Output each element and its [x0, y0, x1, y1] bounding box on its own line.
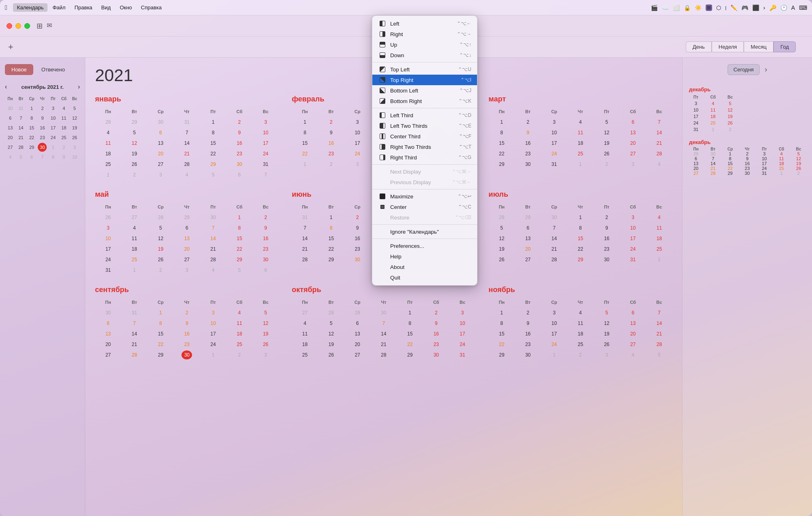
- list-item[interactable]: 23: [352, 245, 363, 254]
- list-item[interactable]: 7: [129, 319, 140, 328]
- list-item[interactable]: 3: [49, 104, 58, 113]
- menubar-app-name[interactable]: Календарь: [13, 3, 48, 12]
- list-item[interactable]: 1: [721, 151, 739, 156]
- list-item[interactable]: 20: [103, 340, 113, 349]
- list-item[interactable]: 21: [549, 245, 559, 254]
- list-item[interactable]: 15: [575, 234, 586, 243]
- list-item[interactable]: 3: [687, 100, 704, 107]
- list-item[interactable]: 31: [549, 160, 559, 169]
- list-item[interactable]: 2: [523, 118, 533, 127]
- list-item[interactable]: 12: [326, 329, 337, 338]
- list-item[interactable]: 25: [59, 133, 68, 142]
- list-item[interactable]: 17: [103, 245, 113, 254]
- list-item[interactable]: 31: [129, 308, 140, 317]
- list-item[interactable]: 27: [6, 143, 15, 152]
- list-item[interactable]: 10: [103, 234, 113, 243]
- list-item[interactable]: 16: [38, 123, 47, 132]
- right-month-name[interactable]: декабрь: [687, 86, 807, 92]
- list-item[interactable]: 5: [654, 350, 665, 359]
- list-item[interactable]: 18: [129, 245, 140, 254]
- list-item[interactable]: 3: [181, 266, 192, 275]
- list-item[interactable]: 2: [326, 118, 337, 127]
- list-item[interactable]: 29: [27, 143, 36, 152]
- list-item[interactable]: 3: [260, 350, 271, 359]
- list-item[interactable]: 20: [628, 139, 638, 148]
- list-item[interactable]: 28: [704, 171, 721, 176]
- list-item[interactable]: 5: [601, 308, 612, 317]
- menu-item-leftthird[interactable]: Left Third ⌃⌥D: [372, 110, 477, 120]
- list-item[interactable]: 28: [654, 149, 665, 158]
- list-item[interactable]: 6: [234, 170, 245, 179]
- list-item[interactable]: 12: [601, 319, 612, 328]
- list-item[interactable]: 26: [70, 133, 79, 142]
- list-item[interactable]: 29: [687, 151, 704, 156]
- list-item[interactable]: 21: [654, 329, 665, 338]
- list-item[interactable]: 29: [523, 213, 533, 222]
- month-name-october[interactable]: октябрь: [292, 286, 476, 294]
- wifi-icon[interactable]: ⌨: [799, 4, 807, 11]
- list-item[interactable]: 15: [721, 161, 739, 166]
- list-item[interactable]: 7: [654, 308, 665, 317]
- list-item[interactable]: 16: [523, 329, 533, 338]
- list-item[interactable]: 18: [704, 113, 721, 120]
- list-item[interactable]: 8: [155, 319, 166, 328]
- list-item[interactable]: 15: [300, 139, 310, 148]
- list-item[interactable]: 19: [601, 139, 612, 148]
- list-item[interactable]: 12: [497, 234, 507, 243]
- list-item[interactable]: 5: [70, 104, 79, 113]
- list-item[interactable]: 3: [208, 308, 218, 317]
- list-item[interactable]: 22: [497, 340, 507, 349]
- menu-item-about[interactable]: About: [372, 262, 477, 272]
- list-item[interactable]: 22: [405, 340, 415, 349]
- list-item[interactable]: 6: [6, 114, 15, 123]
- list-item[interactable]: 5: [234, 266, 245, 275]
- list-item[interactable]: 23: [38, 133, 47, 142]
- list-item[interactable]: 13: [687, 161, 704, 166]
- list-item[interactable]: 13: [6, 123, 15, 132]
- list-item[interactable]: 25: [575, 340, 586, 349]
- list-item[interactable]: 24: [687, 120, 704, 126]
- list-item[interactable]: 2: [790, 171, 807, 176]
- list-item[interactable]: 2: [181, 308, 192, 317]
- list-item[interactable]: 14: [654, 319, 665, 328]
- list-item[interactable]: 1: [208, 118, 218, 127]
- list-item[interactable]: 1: [326, 213, 337, 222]
- list-item[interactable]: 3: [103, 224, 113, 232]
- list-item[interactable]: 29: [405, 350, 415, 359]
- list-item[interactable]: 9: [260, 224, 271, 232]
- list-item[interactable]: 6: [628, 308, 638, 317]
- pencil-icon[interactable]: ✏️: [730, 4, 737, 11]
- list-item[interactable]: 21: [17, 133, 26, 142]
- menu-item-preferences[interactable]: Preferences...: [372, 241, 477, 251]
- list-item[interactable]: 16: [326, 139, 337, 148]
- tab-month[interactable]: Месяц: [744, 41, 773, 52]
- list-item[interactable]: 2: [739, 151, 756, 156]
- list-item[interactable]: 4: [575, 308, 586, 317]
- list-item[interactable]: 13: [181, 234, 192, 243]
- list-item[interactable]: 31: [181, 118, 192, 127]
- list-item[interactable]: 31: [103, 266, 113, 275]
- add-event-button[interactable]: +: [8, 42, 13, 52]
- list-item[interactable]: 4: [103, 128, 113, 137]
- list-item[interactable]: 18: [234, 329, 245, 338]
- menu-item-down[interactable]: Down ⌃⌥↓: [372, 50, 477, 60]
- list-item[interactable]: 10: [549, 128, 559, 137]
- list-item[interactable]: 9: [326, 128, 337, 137]
- list-item[interactable]: 3: [628, 213, 638, 222]
- list-item[interactable]: 7: [654, 118, 665, 127]
- list-item[interactable]: 23: [326, 149, 337, 158]
- menubar-file[interactable]: Файл: [48, 3, 69, 12]
- list-item[interactable]: 14: [208, 234, 218, 243]
- list-item[interactable]: 30: [352, 255, 363, 264]
- list-item[interactable]: 27: [103, 350, 113, 359]
- list-item[interactable]: 23: [739, 166, 756, 171]
- menu-item-botright[interactable]: Bottom Right ⌃⌥K: [372, 96, 477, 106]
- list-item[interactable]: 8: [326, 224, 337, 232]
- list-item[interactable]: 30: [431, 350, 441, 359]
- list-item[interactable]: 1: [497, 308, 507, 317]
- list-item[interactable]: 16: [523, 139, 533, 148]
- list-item[interactable]: 1: [549, 350, 559, 359]
- list-item[interactable]: 1: [575, 160, 586, 169]
- list-item[interactable]: 10: [208, 319, 218, 328]
- list-item[interactable]: 17: [352, 139, 363, 148]
